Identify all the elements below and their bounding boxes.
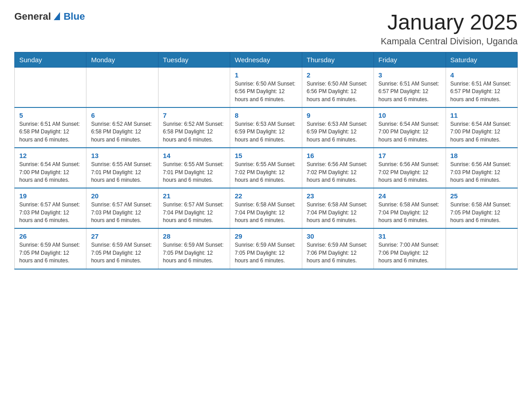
day-info: Sunrise: 6:59 AM Sunset: 7:05 PM Dayligh… [163, 241, 225, 265]
day-number: 27 [91, 232, 153, 240]
day-info: Sunrise: 7:00 AM Sunset: 7:06 PM Dayligh… [378, 241, 441, 265]
day-cell: 26Sunrise: 6:59 AM Sunset: 7:05 PM Dayli… [15, 228, 86, 269]
day-cell: 4Sunrise: 6:51 AM Sunset: 6:57 PM Daylig… [446, 67, 517, 107]
day-cell: 19Sunrise: 6:57 AM Sunset: 7:03 PM Dayli… [15, 188, 86, 228]
day-number: 3 [378, 71, 441, 79]
calendar-body: 1Sunrise: 6:50 AM Sunset: 6:56 PM Daylig… [15, 67, 518, 269]
day-number: 16 [307, 152, 369, 159]
day-cell: 23Sunrise: 6:58 AM Sunset: 7:04 PM Dayli… [302, 188, 373, 228]
day-cell: 20Sunrise: 6:57 AM Sunset: 7:03 PM Dayli… [86, 188, 158, 228]
day-info: Sunrise: 6:55 AM Sunset: 7:02 PM Dayligh… [235, 161, 297, 184]
day-number: 26 [19, 232, 82, 240]
header-cell-tuesday: Tuesday [158, 52, 230, 67]
day-number: 4 [450, 71, 513, 79]
header-cell-thursday: Thursday [302, 52, 373, 67]
day-info: Sunrise: 6:55 AM Sunset: 7:01 PM Dayligh… [163, 161, 225, 184]
day-number: 18 [450, 152, 513, 159]
day-info: Sunrise: 6:57 AM Sunset: 7:03 PM Dayligh… [91, 201, 153, 224]
day-info: Sunrise: 6:59 AM Sunset: 7:05 PM Dayligh… [91, 241, 153, 265]
calendar-header: SundayMondayTuesdayWednesdayThursdayFrid… [15, 52, 518, 67]
location-title: Kampala Central Division, Uganda [381, 36, 518, 47]
header-cell-friday: Friday [374, 52, 446, 67]
day-number: 8 [235, 111, 297, 119]
header-cell-wednesday: Wednesday [230, 52, 302, 67]
day-cell: 7Sunrise: 6:52 AM Sunset: 6:58 PM Daylig… [158, 107, 230, 148]
day-cell: 13Sunrise: 6:55 AM Sunset: 7:01 PM Dayli… [86, 148, 158, 188]
day-info: Sunrise: 6:57 AM Sunset: 7:03 PM Dayligh… [19, 201, 82, 224]
day-info: Sunrise: 6:52 AM Sunset: 6:58 PM Dayligh… [91, 120, 153, 144]
day-info: Sunrise: 6:58 AM Sunset: 7:04 PM Dayligh… [235, 201, 297, 224]
day-cell: 12Sunrise: 6:54 AM Sunset: 7:00 PM Dayli… [15, 148, 86, 188]
day-number: 2 [307, 71, 369, 79]
calendar-table: SundayMondayTuesdayWednesdayThursdayFrid… [14, 52, 518, 270]
day-cell: 17Sunrise: 6:56 AM Sunset: 7:02 PM Dayli… [374, 148, 446, 188]
day-cell: 2Sunrise: 6:50 AM Sunset: 6:56 PM Daylig… [302, 67, 373, 107]
week-row-3: 12Sunrise: 6:54 AM Sunset: 7:00 PM Dayli… [15, 148, 518, 188]
day-cell [158, 67, 230, 107]
day-cell: 16Sunrise: 6:56 AM Sunset: 7:02 PM Dayli… [302, 148, 373, 188]
day-cell: 11Sunrise: 6:54 AM Sunset: 7:00 PM Dayli… [446, 107, 517, 148]
day-info: Sunrise: 6:51 AM Sunset: 6:57 PM Dayligh… [378, 80, 441, 103]
day-number: 31 [378, 232, 441, 240]
logo-text-blue: Blue [64, 11, 85, 22]
day-number: 14 [163, 152, 225, 159]
day-info: Sunrise: 6:58 AM Sunset: 7:05 PM Dayligh… [450, 201, 513, 224]
day-info: Sunrise: 6:52 AM Sunset: 6:58 PM Dayligh… [163, 120, 225, 144]
day-number: 12 [19, 152, 82, 159]
day-number: 23 [307, 192, 369, 200]
header-row: SundayMondayTuesdayWednesdayThursdayFrid… [15, 52, 518, 67]
page-header: General Blue January 2025 Kampala Centra… [14, 11, 518, 47]
day-number: 15 [235, 152, 297, 159]
day-number: 9 [307, 111, 369, 119]
day-info: Sunrise: 6:50 AM Sunset: 6:56 PM Dayligh… [235, 80, 297, 103]
week-row-1: 1Sunrise: 6:50 AM Sunset: 6:56 PM Daylig… [15, 67, 518, 107]
logo-text-general: General [14, 11, 51, 22]
week-row-4: 19Sunrise: 6:57 AM Sunset: 7:03 PM Dayli… [15, 188, 518, 228]
day-number: 1 [235, 71, 297, 79]
day-info: Sunrise: 6:54 AM Sunset: 7:00 PM Dayligh… [19, 161, 82, 184]
day-number: 28 [163, 232, 225, 240]
day-number: 22 [235, 192, 297, 200]
day-info: Sunrise: 6:53 AM Sunset: 6:59 PM Dayligh… [235, 120, 297, 144]
day-number: 11 [450, 111, 513, 119]
day-info: Sunrise: 6:56 AM Sunset: 7:03 PM Dayligh… [450, 161, 513, 184]
logo: General Blue [14, 11, 85, 22]
day-cell: 31Sunrise: 7:00 AM Sunset: 7:06 PM Dayli… [374, 228, 446, 269]
day-number: 5 [19, 111, 82, 119]
day-cell: 8Sunrise: 6:53 AM Sunset: 6:59 PM Daylig… [230, 107, 302, 148]
day-cell: 14Sunrise: 6:55 AM Sunset: 7:01 PM Dayli… [158, 148, 230, 188]
day-number: 30 [307, 232, 369, 240]
day-number: 13 [91, 152, 153, 159]
month-title: January 2025 [381, 11, 518, 34]
week-row-5: 26Sunrise: 6:59 AM Sunset: 7:05 PM Dayli… [15, 228, 518, 269]
header-cell-sunday: Sunday [15, 52, 86, 67]
day-cell: 1Sunrise: 6:50 AM Sunset: 6:56 PM Daylig… [230, 67, 302, 107]
day-info: Sunrise: 6:50 AM Sunset: 6:56 PM Dayligh… [307, 80, 369, 103]
day-cell: 10Sunrise: 6:54 AM Sunset: 7:00 PM Dayli… [374, 107, 446, 148]
day-info: Sunrise: 6:59 AM Sunset: 7:05 PM Dayligh… [19, 241, 82, 265]
day-info: Sunrise: 6:56 AM Sunset: 7:02 PM Dayligh… [307, 161, 369, 184]
week-row-2: 5Sunrise: 6:51 AM Sunset: 6:58 PM Daylig… [15, 107, 518, 148]
day-number: 7 [163, 111, 225, 119]
day-info: Sunrise: 6:58 AM Sunset: 7:04 PM Dayligh… [307, 201, 369, 224]
day-cell: 22Sunrise: 6:58 AM Sunset: 7:04 PM Dayli… [230, 188, 302, 228]
day-cell: 24Sunrise: 6:58 AM Sunset: 7:04 PM Dayli… [374, 188, 446, 228]
day-info: Sunrise: 6:53 AM Sunset: 6:59 PM Dayligh… [307, 120, 369, 144]
day-number: 20 [91, 192, 153, 200]
day-cell [86, 67, 158, 107]
day-number: 29 [235, 232, 297, 240]
day-info: Sunrise: 6:51 AM Sunset: 6:57 PM Dayligh… [450, 80, 513, 103]
day-number: 25 [450, 192, 513, 200]
day-cell: 30Sunrise: 6:59 AM Sunset: 7:06 PM Dayli… [302, 228, 373, 269]
day-info: Sunrise: 6:57 AM Sunset: 7:04 PM Dayligh… [163, 201, 225, 224]
day-cell: 27Sunrise: 6:59 AM Sunset: 7:05 PM Dayli… [86, 228, 158, 269]
day-info: Sunrise: 6:56 AM Sunset: 7:02 PM Dayligh… [378, 161, 441, 184]
day-cell: 25Sunrise: 6:58 AM Sunset: 7:05 PM Dayli… [446, 188, 517, 228]
logo-triangle-icon [54, 12, 60, 20]
day-number: 10 [378, 111, 441, 119]
day-cell: 21Sunrise: 6:57 AM Sunset: 7:04 PM Dayli… [158, 188, 230, 228]
day-cell: 5Sunrise: 6:51 AM Sunset: 6:58 PM Daylig… [15, 107, 86, 148]
day-number: 6 [91, 111, 153, 119]
day-cell: 29Sunrise: 6:59 AM Sunset: 7:05 PM Dayli… [230, 228, 302, 269]
day-cell [15, 67, 86, 107]
